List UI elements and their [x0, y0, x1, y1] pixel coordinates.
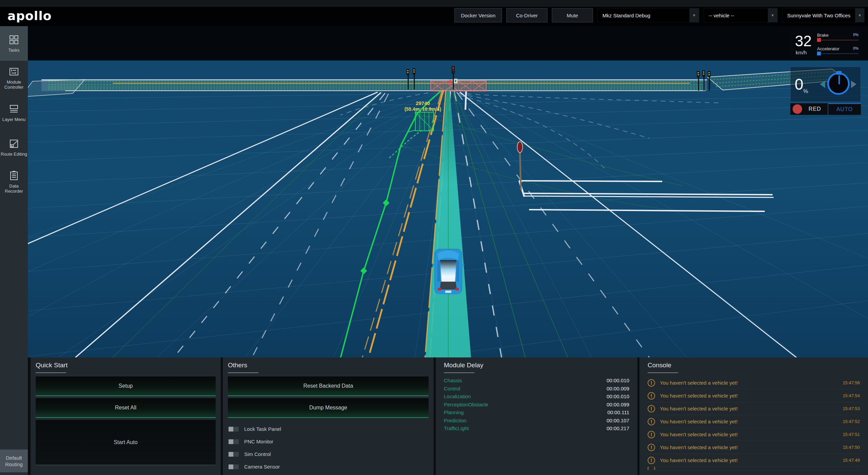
accelerator-slider — [817, 53, 858, 54]
title-underline — [444, 372, 474, 373]
toggle-off-icon — [229, 439, 239, 444]
sidebar-item-module-controller[interactable]: Module Controller — [0, 61, 28, 95]
sidebar-item-route-editing[interactable]: Route Editing — [0, 130, 28, 165]
dump-message-button[interactable]: Dump Message — [228, 398, 429, 418]
sliders-icon — [9, 67, 19, 77]
turn-right-arrow-icon — [851, 81, 856, 88]
quick-start-panel: Quick Start Setup Reset All Start Auto — [31, 357, 221, 475]
map-select-value: Sunnyvale With Two Offices — [782, 13, 855, 18]
default-routing-button[interactable]: Default Routing — [0, 450, 28, 472]
console-entry: ! You haven't selected a vehicle yet! 15… — [648, 415, 860, 428]
console-message: You haven't selected a vehicle yet! — [660, 432, 843, 437]
panel-title: Quick Start — [36, 361, 216, 369]
accelerator-label: Accelerator — [817, 46, 839, 51]
lock-task-panel-toggle[interactable]: Lock Task Panel — [228, 423, 429, 435]
warning-icon — [648, 467, 655, 470]
reset-backend-data-button[interactable]: Reset Backend Data — [228, 376, 429, 396]
mode-select-value: Mkz Standard Debug — [598, 13, 689, 18]
console-message: You haven't selected a vehicle yet! — [660, 444, 843, 450]
sidebar-item-tasks[interactable]: Tasks — [0, 26, 28, 61]
obstacle-info-label: (55.4m, 10.9m/s) — [404, 106, 441, 112]
console-entry: ! You haven't selected a vehicle yet! 15… — [648, 402, 860, 415]
sidebar-item-label: Route Editing — [1, 152, 27, 157]
title-underline — [36, 372, 66, 373]
red-light-icon — [793, 104, 802, 114]
stop-fence — [431, 81, 486, 91]
signal-panel: RED AUTO — [790, 103, 861, 115]
sim-control-toggle[interactable]: Sim Control — [228, 448, 429, 460]
traffic-signal-indicator: RED — [790, 103, 828, 115]
brake-label: Brake — [817, 33, 829, 38]
speed-value: 32 — [795, 33, 812, 50]
obstacle-id-label: 29740 — [416, 100, 430, 106]
sidebar-item-data-recorder[interactable]: Data Recorder — [0, 165, 28, 199]
toggle-label: Camera Sensor — [244, 464, 280, 470]
start-auto-button[interactable]: Start Auto — [36, 420, 216, 465]
warning-icon: ! — [648, 379, 655, 387]
console-timestamp: 15:47:52 — [843, 419, 860, 424]
camera-sensor-toggle[interactable]: Camera Sensor — [228, 460, 429, 473]
console-entry: ! You haven't selected a vehicle yet! 15… — [648, 441, 860, 454]
scene-3d-view[interactable]: 29740 (55.4m, 10.9m/s) — [28, 26, 868, 357]
console-panel: Console ! You haven't selected a vehicle… — [639, 357, 868, 475]
auto-mode-button[interactable]: AUTO — [828, 103, 861, 115]
sidebar-item-label: Data Recorder — [0, 183, 28, 194]
toggle-off-icon — [229, 452, 239, 457]
console-timestamp: 15:47:56 — [843, 380, 860, 385]
brake-slider-handle — [817, 38, 821, 42]
docker-version-button[interactable]: Docker Version — [454, 8, 502, 22]
warning-icon: ! — [648, 431, 655, 438]
tasks-grid-icon — [9, 35, 19, 45]
warning-icon: ! — [648, 418, 655, 425]
module-delay-value: 00:00.107 — [607, 418, 629, 423]
title-underline — [648, 372, 678, 373]
mute-button[interactable]: Mute — [552, 8, 593, 22]
brake-meter: Brake 0% — [817, 33, 858, 40]
accelerator-value: 0% — [853, 46, 858, 51]
map-select[interactable]: Sunnyvale With Two Offices ▼ — [782, 8, 865, 22]
chevron-down-icon: ▼ — [768, 8, 777, 22]
clipboard-icon — [9, 171, 19, 181]
vehicle-select-value: -- vehicle -- — [704, 13, 768, 18]
sidebar: Tasks Module Controller Layer Menu Route… — [0, 26, 28, 475]
sky — [28, 26, 868, 60]
module-delay-row: Prediction 00:00.107 — [444, 417, 629, 425]
signal-countdown-box — [454, 79, 457, 83]
console-message: You haven't selected a vehicle yet! — [660, 457, 843, 463]
dreamview-app: apollo Docker Version Co-Driver Mute Mkz… — [0, 0, 868, 475]
panel-title: Others — [228, 361, 429, 369]
co-driver-button[interactable]: Co-Driver — [506, 8, 547, 22]
title-underline — [228, 372, 258, 373]
reset-all-button[interactable]: Reset All — [36, 398, 216, 418]
accelerator-slider-handle — [817, 52, 821, 55]
sidebar-item-label: Tasks — [8, 48, 19, 53]
pnc-monitor-toggle[interactable]: PNC Monitor — [228, 435, 429, 448]
module-delay-row: Control 00:00.009 — [444, 385, 629, 393]
setup-button[interactable]: Setup — [36, 376, 216, 396]
console-timestamp: 15:47:51 — [843, 432, 860, 437]
console-message: You haven't selected a vehicle yet! — [660, 419, 843, 424]
steering-value: 0 — [795, 75, 803, 93]
speed-panel: 32 km/h Brake 0% Accelerator 0% — [790, 30, 861, 60]
warning-icon: ! — [648, 457, 655, 464]
mode-select[interactable]: Mkz Standard Debug ▼ — [597, 8, 699, 22]
console-message: You haven't selected a vehicle yet! — [660, 380, 843, 386]
panel-title: Module Delay — [444, 361, 629, 369]
warning-icon: ! — [648, 392, 655, 400]
module-name: TrafficLight — [444, 425, 469, 431]
console-entry: ! You haven't selected a vehicle yet! 15… — [648, 376, 860, 389]
sidebar-item-label: Layer Menu — [2, 117, 26, 122]
sidebar-item-layer-menu[interactable]: Layer Menu — [0, 95, 28, 130]
console-entry: ! You haven't selected a vehicle yet! 15… — [648, 389, 860, 402]
module-delay-value: 00:00.009 — [607, 386, 629, 391]
topbar-controls: Docker Version Co-Driver Mute Mkz Standa… — [454, 8, 865, 22]
route-edit-icon — [9, 139, 19, 149]
vehicle-select[interactable]: -- vehicle -- ▼ — [704, 8, 778, 22]
steering-unit: % — [803, 88, 808, 94]
brake-slider — [817, 40, 858, 40]
module-delay-row: TrafficLight 00:00.217 — [444, 424, 629, 433]
console-timestamp: 15:47:49 — [843, 458, 860, 463]
console-timestamp: 15:47:53 — [843, 406, 860, 411]
module-name: Control — [444, 386, 460, 391]
ego-vehicle — [432, 249, 464, 294]
